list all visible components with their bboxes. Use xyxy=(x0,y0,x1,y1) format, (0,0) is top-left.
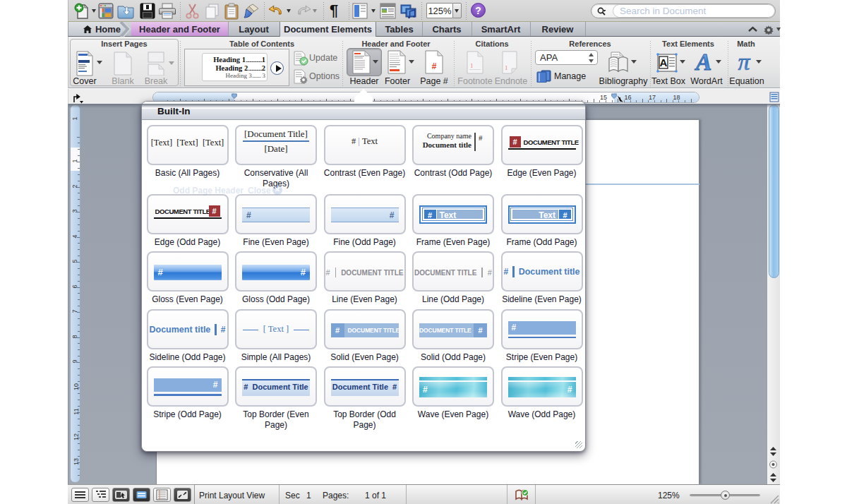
svg-text:1: 1 xyxy=(470,62,474,69)
svg-text:1: 1 xyxy=(505,64,508,71)
svg-text:#: # xyxy=(432,61,437,71)
svg-text:A: A xyxy=(695,51,712,73)
svg-text:π: π xyxy=(738,50,750,74)
svg-text:A: A xyxy=(660,56,668,68)
